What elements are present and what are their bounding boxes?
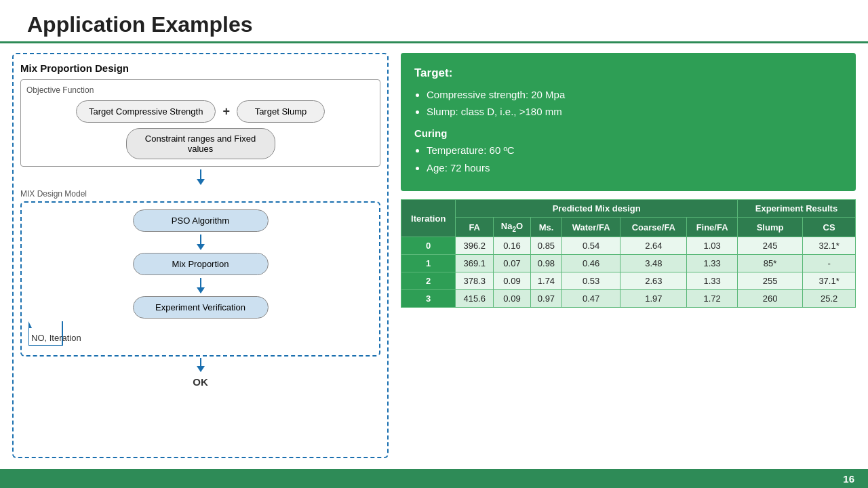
cell-iter: 1 — [401, 254, 456, 272]
bottom-bar: 16 — [0, 469, 868, 488]
cell-fa: 369.1 — [456, 254, 493, 272]
cell-cs: 37.1* — [803, 272, 856, 289]
cell-waterfa: 0.53 — [561, 272, 620, 289]
constraint-box: Constraint ranges and Fixed values — [126, 128, 275, 159]
th-ms: Ms. — [531, 218, 562, 237]
target-bullet-2: Slump: class D, i.e., >180 mm — [427, 103, 842, 121]
cell-ms: 1.74 — [531, 272, 562, 289]
experiment-box: Experiment Verification — [133, 296, 269, 319]
target-bullet-1: Compressive strength: 20 Mpa — [427, 86, 842, 104]
cell-ms: 0.97 — [531, 289, 562, 307]
mix-design-label: MIX Design Model — [20, 189, 380, 199]
cell-finefa: 1.33 — [687, 272, 738, 289]
cell-iter: 3 — [401, 289, 456, 307]
cell-na2o: 0.07 — [493, 254, 530, 272]
cell-iter: 0 — [401, 237, 456, 254]
cell-cs: - — [803, 254, 856, 272]
target-bullets: Compressive strength: 20 Mpa Slump: clas… — [427, 86, 842, 121]
th-na2o: Na2O — [493, 218, 530, 237]
target-box: Target: Compressive strength: 20 Mpa Slu… — [401, 53, 856, 191]
cell-fa: 378.3 — [456, 272, 493, 289]
cell-slump: 255 — [737, 272, 802, 289]
curing-bullets: Temperature: 60 ºC Age: 72 hours — [427, 142, 842, 176]
th-iteration: Iteration — [401, 200, 456, 237]
mix-proportion-box: Mix Proportion — [133, 253, 269, 275]
svg-marker-3 — [28, 321, 32, 328]
cell-slump: 260 — [737, 289, 802, 307]
plus-sign: + — [222, 104, 230, 119]
curing-bullet-1: Temperature: 60 ºC — [427, 142, 842, 159]
curing-bullet-2: Age: 72 hours — [427, 159, 842, 177]
cell-ms: 0.85 — [531, 237, 562, 254]
cell-cs: 25.2 — [803, 289, 856, 307]
flow-diagram: Mix Proportion Design Objective Function… — [12, 53, 389, 458]
cell-coarsefa: 1.97 — [620, 289, 687, 307]
table-row: 2378.30.091.740.532.631.3325537.1* — [401, 272, 856, 289]
table-row: 0396.20.160.850.542.641.0324532.1* — [401, 237, 856, 254]
target-compressive-box: Target Compressive Strength — [76, 100, 216, 123]
cell-waterfa: 0.54 — [561, 237, 620, 254]
cell-slump: 85* — [737, 254, 802, 272]
table-row: 3415.60.090.970.471.971.7226025.2 — [401, 289, 856, 307]
cell-na2o: 0.09 — [493, 289, 530, 307]
no-iteration-label: NO, Iteration — [31, 333, 81, 343]
cell-coarsefa: 2.64 — [620, 237, 687, 254]
cell-na2o: 0.16 — [493, 237, 530, 254]
page-title: Application Examples — [0, 0, 868, 41]
cell-finefa: 1.72 — [687, 289, 738, 307]
curing-title: Curing — [414, 125, 842, 142]
flow-diagram-title: Mix Proportion Design — [20, 62, 380, 74]
th-fa: FA — [456, 218, 493, 237]
cell-waterfa: 0.46 — [561, 254, 620, 272]
th-cs: CS — [803, 218, 856, 237]
pso-box: PSO Algorithm — [133, 209, 269, 232]
objective-label: Objective Function — [26, 85, 374, 95]
page-number: 16 — [843, 473, 854, 485]
cell-cs: 32.1* — [803, 237, 856, 254]
th-predicted: Predicted Mix design — [456, 200, 737, 218]
cell-slump: 245 — [737, 237, 802, 254]
result-table: Iteration Predicted Mix design Experimen… — [401, 199, 856, 308]
th-finefa: Fine/FA — [687, 218, 738, 237]
result-table-container: Iteration Predicted Mix design Experimen… — [401, 199, 856, 308]
th-waterfa: Water/FA — [561, 218, 620, 237]
cell-finefa: 1.33 — [687, 254, 738, 272]
th-slump: Slump — [737, 218, 802, 237]
cell-na2o: 0.09 — [493, 272, 530, 289]
th-coarsefa: Coarse/FA — [620, 218, 687, 237]
cell-fa: 415.6 — [456, 289, 493, 307]
target-slump-box: Target Slump — [237, 100, 325, 123]
cell-coarsefa: 2.63 — [620, 272, 687, 289]
cell-iter: 2 — [401, 272, 456, 289]
cell-finefa: 1.03 — [687, 237, 738, 254]
cell-fa: 396.2 — [456, 237, 493, 254]
cell-ms: 0.98 — [531, 254, 562, 272]
cell-coarsefa: 3.48 — [620, 254, 687, 272]
th-experiment: Experiment Results — [737, 200, 855, 218]
ok-label: OK — [20, 376, 380, 388]
cell-waterfa: 0.47 — [561, 289, 620, 307]
target-title: Target: — [414, 64, 842, 83]
table-row: 1369.10.070.980.463.481.3385*- — [401, 254, 856, 272]
